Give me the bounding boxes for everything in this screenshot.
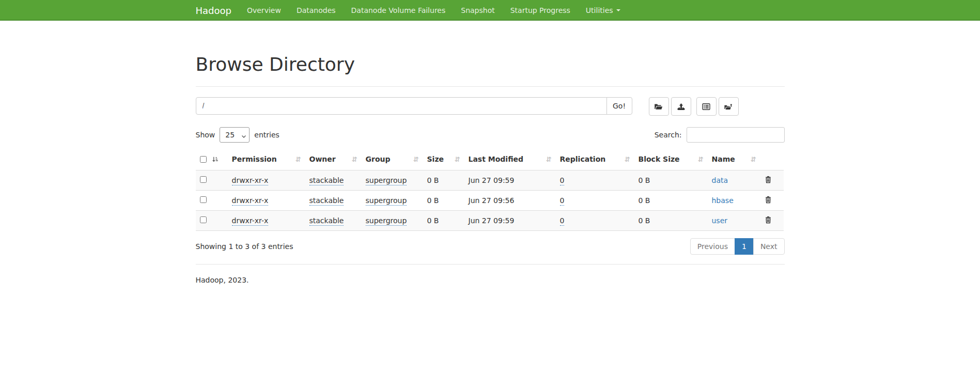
owner-cell[interactable]: stackable — [309, 176, 344, 185]
permission-cell[interactable]: drwxr-xr-x — [232, 196, 269, 206]
table-row: drwxr-xr-x stackable supergroup 0 B Jun … — [196, 191, 784, 211]
footer-text: Hadoop, 2023. — [196, 276, 785, 284]
path-input-group: Go! — [196, 97, 632, 115]
column-header-name[interactable]: Name⇵ — [708, 149, 760, 170]
select-all-header[interactable] — [196, 149, 228, 170]
column-label: Group — [366, 155, 391, 163]
main-content: Browse Directory Go! — [196, 54, 785, 284]
column-header-actions — [760, 149, 784, 170]
block-size-cell: 0 B — [639, 176, 650, 184]
group-cell[interactable]: supergroup — [366, 196, 407, 206]
path-toolbar: Go! — [196, 97, 785, 116]
column-header-replication[interactable]: Replication⇵ — [556, 149, 634, 170]
trash-icon — [765, 216, 772, 224]
sort-both-icon: ⇵ — [698, 155, 704, 164]
nav-item-startup-progress[interactable]: Startup Progress — [503, 0, 578, 21]
size-cell: 0 B — [427, 216, 439, 225]
sort-both-icon: ⇵ — [751, 155, 756, 164]
navbar-menu: Overview Datanodes Datanode Volume Failu… — [239, 0, 628, 21]
directory-table: Permission⇵ Owner⇵ Group⇵ Size⇵ Last Mod… — [196, 149, 784, 231]
table-header-row: Permission⇵ Owner⇵ Group⇵ Size⇵ Last Mod… — [196, 149, 784, 170]
last-modified-cell: Jun 27 09:59 — [469, 176, 515, 184]
nav-item-label: Snapshot — [461, 6, 494, 14]
replication-cell[interactable]: 0 — [560, 216, 565, 226]
pagination-next[interactable]: Next — [753, 238, 785, 255]
navbar-container: Hadoop Overview Datanodes Datanode Volum… — [196, 0, 785, 21]
block-size-cell: 0 B — [639, 196, 650, 205]
directory-link[interactable]: data — [712, 176, 728, 184]
column-label: Last Modified — [469, 155, 524, 163]
move-file-button[interactable] — [719, 97, 739, 116]
title-divider — [196, 86, 785, 87]
permission-cell[interactable]: drwxr-xr-x — [232, 176, 269, 185]
nav-item-snapshot[interactable]: Snapshot — [453, 0, 502, 21]
delete-button[interactable] — [765, 176, 772, 183]
cut-and-paste-button[interactable] — [696, 97, 717, 116]
list-icon — [702, 103, 710, 111]
row-checkbox[interactable] — [200, 216, 207, 223]
delete-button[interactable] — [765, 196, 772, 204]
replication-cell[interactable]: 0 — [560, 196, 565, 206]
column-label: Size — [427, 155, 444, 163]
column-label: Permission — [232, 155, 277, 163]
nav-item-datanodes[interactable]: Datanodes — [289, 0, 344, 21]
page-length-select[interactable]: 25 — [220, 127, 250, 143]
sort-both-icon: ⇵ — [546, 155, 552, 164]
size-cell: 0 B — [427, 176, 439, 184]
navbar: Hadoop Overview Datanodes Datanode Volum… — [0, 0, 980, 21]
column-label: Name — [712, 155, 735, 163]
trash-icon — [765, 196, 772, 204]
folder-move-icon — [724, 103, 733, 111]
delete-button[interactable] — [765, 216, 772, 224]
table-controls: Show 25 entries Search: — [196, 127, 785, 143]
go-button[interactable]: Go! — [606, 97, 632, 115]
upload-files-button[interactable] — [671, 97, 691, 116]
directory-link[interactable]: user — [712, 216, 728, 225]
row-checkbox[interactable] — [200, 196, 207, 203]
size-cell: 0 B — [427, 196, 439, 205]
group-cell[interactable]: supergroup — [366, 216, 407, 226]
permission-cell[interactable]: drwxr-xr-x — [232, 216, 269, 226]
directory-link[interactable]: hbase — [712, 196, 734, 205]
column-header-group[interactable]: Group⇵ — [362, 149, 423, 170]
column-header-last-modified[interactable]: Last Modified⇵ — [464, 149, 556, 170]
nav-item-label: Utilities — [586, 6, 613, 14]
search-input[interactable] — [687, 127, 785, 143]
replication-cell[interactable]: 0 — [560, 176, 565, 185]
column-header-permission[interactable]: Permission⇵ — [228, 149, 305, 170]
owner-cell[interactable]: stackable — [309, 216, 344, 226]
column-header-block-size[interactable]: Block Size⇵ — [634, 149, 708, 170]
last-modified-cell: Jun 27 09:56 — [469, 196, 515, 205]
search-label: Search: — [655, 131, 682, 139]
pagination-page-1[interactable]: 1 — [735, 238, 754, 255]
select-all-checkbox[interactable] — [200, 156, 207, 163]
sort-both-icon: ⇵ — [295, 155, 301, 164]
trash-icon — [765, 176, 772, 183]
create-directory-button[interactable] — [649, 97, 669, 116]
pagination-previous[interactable]: Previous — [690, 238, 735, 255]
column-header-size[interactable]: Size⇵ — [423, 149, 464, 170]
last-modified-cell: Jun 27 09:59 — [469, 216, 515, 225]
sort-both-icon: ⇵ — [625, 155, 630, 164]
column-label: Replication — [560, 155, 606, 163]
pagination: Previous 1 Next — [690, 238, 785, 255]
column-label: Owner — [309, 155, 336, 163]
nav-item-label: Datanode Volume Failures — [351, 6, 446, 14]
table-info: Showing 1 to 3 of 3 entries — [196, 242, 293, 251]
group-cell[interactable]: supergroup — [366, 176, 407, 185]
nav-item-overview[interactable]: Overview — [239, 0, 289, 21]
directory-path-input[interactable] — [196, 97, 607, 115]
column-header-owner[interactable]: Owner⇵ — [305, 149, 362, 170]
cloud-upload-icon — [677, 103, 686, 111]
row-checkbox[interactable] — [200, 176, 207, 183]
navbar-brand[interactable]: Hadoop — [196, 5, 231, 16]
nav-item-datanode-volume-failures[interactable]: Datanode Volume Failures — [344, 0, 454, 21]
page-length-select-wrap: 25 — [220, 127, 250, 143]
file-action-buttons — [649, 97, 739, 116]
owner-cell[interactable]: stackable — [309, 196, 344, 206]
page-title: Browse Directory — [196, 54, 785, 75]
sort-both-icon: ⇵ — [455, 155, 460, 164]
table-footer-controls: Showing 1 to 3 of 3 entries Previous 1 N… — [196, 238, 785, 255]
show-label: Show — [196, 131, 215, 139]
nav-item-utilities-dropdown[interactable]: Utilities — [578, 0, 628, 21]
